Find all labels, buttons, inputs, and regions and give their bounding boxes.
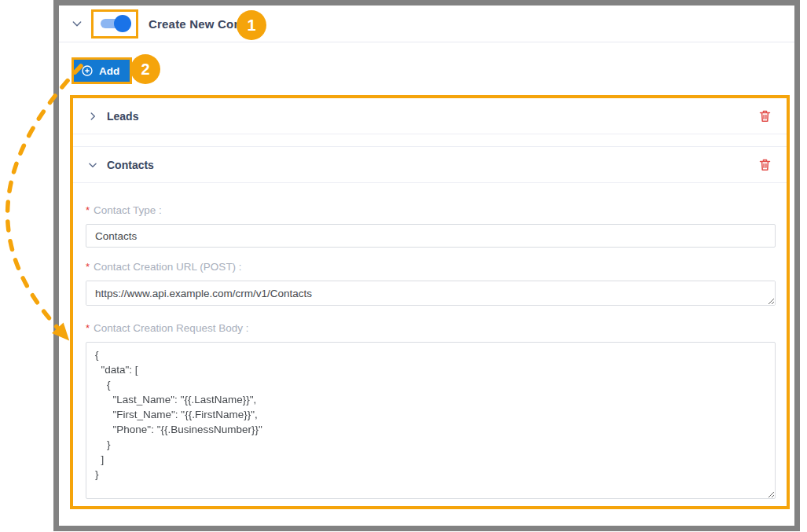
section-contacts-header[interactable]: Contacts [73,147,787,183]
required-marker: * [86,204,90,216]
contacts-fields: * Contact Type : * Contact Creation URL … [73,183,787,515]
section-leads-header[interactable]: Leads [73,98,787,134]
app-window: Create New Contact Add Leads Contacts [53,0,800,531]
contact-type-label: * Contact Type : [86,204,776,216]
callout-step-1: 1 [237,10,266,40]
delete-contacts-button[interactable] [757,157,772,172]
create-contact-header: Create New Contact [59,6,794,42]
plus-circle-icon [81,64,94,77]
section-gap [73,134,787,147]
contact-creation-url-label: * Contact Creation URL (POST) : [86,261,776,273]
add-button[interactable]: Add [74,60,130,82]
screenshot-canvas: Create New Contact Add Leads Contacts [0,0,807,532]
contact-creation-request-body-input[interactable]: { "data": [ { "Last_Name": "{{.LastName}… [86,342,776,499]
chevron-down-icon[interactable] [87,160,98,171]
section-contacts-title: Contacts [107,159,154,171]
add-row: Add [72,57,794,84]
callout-step-2: 2 [130,54,160,84]
chevron-right-icon[interactable] [87,111,98,122]
contact-type-input[interactable] [86,224,776,248]
contact-creation-request-body-label: * Contact Creation Request Body : [86,322,776,334]
required-marker: * [86,322,90,334]
toggle-highlight-box [91,9,138,39]
contact-creation-url-input[interactable]: https://www.api.example.com/crm/v1/Conta… [86,281,776,306]
create-new-contact-toggle[interactable] [101,19,129,28]
chevron-down-icon[interactable] [71,17,83,30]
sections-highlight-panel: Leads Contacts * Contact Type : * [70,95,790,509]
section-leads-title: Leads [107,110,138,123]
required-marker: * [86,261,90,273]
delete-leads-button[interactable] [757,108,772,123]
toggle-knob [114,15,131,32]
add-button-label: Add [99,65,119,77]
add-highlight-box: Add [72,57,132,84]
